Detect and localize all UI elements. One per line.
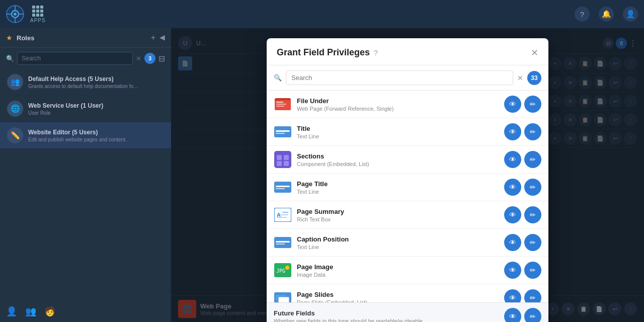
- future-fields-desc: Whether new fields in this type should b…: [274, 318, 499, 323]
- field-icon: [274, 150, 292, 169]
- field-name: File Under: [297, 97, 499, 105]
- roles-list: 👥 Default Help Access (5 Users) Grants a…: [0, 69, 171, 149]
- svg-rect-14: [276, 133, 285, 134]
- field-type: Component (Embedded, List): [297, 161, 499, 167]
- collapse-icon[interactable]: ◀: [159, 33, 165, 42]
- modal-title: Grant Field Privileges: [277, 47, 370, 58]
- svg-rect-11: [276, 106, 284, 107]
- field-eye-button[interactable]: 👁: [504, 179, 521, 196]
- field-eye-button[interactable]: 👁: [504, 96, 521, 113]
- apps-button[interactable]: APPS: [30, 6, 46, 23]
- field-icon: [274, 289, 292, 302]
- svg-rect-25: [282, 212, 288, 213]
- content-area: U U... ⊟ 8 ⋮ 📄 ✏ + ✕ 📋 📄: [171, 28, 644, 322]
- search-count-badge: 3: [144, 53, 155, 64]
- svg-rect-21: [276, 186, 290, 187]
- svg-rect-18: [277, 161, 282, 166]
- field-name: Page Summary: [297, 208, 499, 215]
- star-icon: ★: [6, 34, 13, 42]
- field-row: A Page Summary Rich Text Box 👁 ✏: [267, 201, 548, 229]
- field-eye-button[interactable]: 👁: [504, 289, 521, 302]
- field-edit-button[interactable]: ✏: [524, 96, 541, 113]
- modal-help-icon[interactable]: ?: [374, 49, 378, 57]
- field-name: Page Image: [297, 263, 499, 271]
- notifications-button[interactable]: 🔔: [599, 7, 614, 22]
- search-input[interactable]: [17, 52, 133, 65]
- field-icon: [274, 178, 292, 196]
- role-name: Web Service User (1 User): [28, 102, 164, 109]
- role-desc: Edit and publish website pages and conte…: [28, 137, 139, 142]
- avatar: 🌐: [7, 101, 23, 117]
- field-name: Page Title: [297, 180, 499, 188]
- field-icon: JPG: [274, 261, 292, 279]
- field-name: Sections: [297, 152, 499, 160]
- field-eye-button[interactable]: 👁: [504, 123, 521, 140]
- field-icon: [274, 95, 292, 113]
- field-edit-button[interactable]: ✏: [524, 151, 541, 168]
- modal-header: Grant Field Privileges ? ✕: [267, 38, 548, 65]
- field-icon: [274, 233, 292, 252]
- user-profile-button[interactable]: 👤: [623, 7, 638, 22]
- modal-search-icon: 🔍: [274, 74, 282, 82]
- svg-rect-13: [276, 130, 290, 132]
- field-icon: [274, 123, 292, 141]
- modal-search-clear-icon[interactable]: ✕: [517, 74, 523, 82]
- field-row: Caption Position Text Line 👁 ✏: [267, 229, 548, 257]
- field-eye-button[interactable]: 👁: [504, 234, 521, 251]
- add-icon[interactable]: +: [151, 33, 155, 42]
- sidebar-header: ★ Roles + ◀: [0, 28, 171, 48]
- svg-rect-15: [274, 151, 291, 168]
- role-item[interactable]: ✏️ Website Editor (5 Users) Edit and pub…: [0, 122, 171, 149]
- modal-search-input[interactable]: [286, 70, 513, 85]
- modal-count-badge: 33: [527, 71, 541, 85]
- main-layout: ★ Roles + ◀ 🔍 ✕ 3 ⊟ 👥 Default Help Acces…: [0, 28, 644, 322]
- field-eye-button[interactable]: 👁: [504, 262, 521, 279]
- avatar: ✏️: [7, 127, 23, 143]
- field-eye-button[interactable]: 👁: [504, 206, 521, 223]
- future-eye-button[interactable]: 👁: [504, 308, 521, 322]
- sidebar-footer: 👤 👥 🧑: [0, 301, 171, 322]
- field-edit-button[interactable]: ✏: [524, 234, 541, 251]
- field-type: Text Line: [297, 189, 499, 195]
- svg-rect-19: [284, 161, 289, 166]
- group-icon: 👥: [25, 306, 36, 317]
- field-edit-button[interactable]: ✏: [524, 179, 541, 196]
- role-item[interactable]: 👥 Default Help Access (5 Users) Grants a…: [0, 69, 171, 96]
- svg-rect-9: [276, 102, 283, 103]
- field-row: JPG Page Image Image Data 👁 ✏: [267, 257, 548, 284]
- filter-icon[interactable]: ⊟: [158, 54, 165, 63]
- field-edit-button[interactable]: ✏: [524, 262, 541, 279]
- modal-close-button[interactable]: ✕: [531, 48, 538, 57]
- help-button[interactable]: ?: [575, 7, 590, 22]
- svg-rect-16: [277, 155, 282, 160]
- app-logo[interactable]: [6, 5, 24, 23]
- svg-rect-30: [276, 244, 285, 245]
- field-type: Text Line: [297, 133, 499, 139]
- future-fields-row: Future Fields Whether new fields in this…: [267, 302, 548, 322]
- field-eye-button[interactable]: 👁: [504, 151, 521, 168]
- role-name: Website Editor (5 Users): [28, 129, 164, 136]
- svg-rect-29: [276, 241, 290, 243]
- search-icon: 🔍: [6, 55, 14, 62]
- avatar: 👥: [7, 74, 23, 90]
- field-name: Title: [297, 125, 499, 132]
- field-edit-button[interactable]: ✏: [524, 206, 541, 223]
- svg-point-33: [285, 266, 289, 270]
- svg-rect-36: [278, 297, 289, 302]
- field-edit-button[interactable]: ✏: [524, 289, 541, 302]
- field-name: Caption Position: [297, 235, 499, 243]
- field-type: Web Page (Forward Reference, Single): [297, 106, 499, 112]
- svg-rect-10: [276, 104, 286, 105]
- role-item[interactable]: 🌐 Web Service User (1 User) User Role: [0, 96, 171, 122]
- clear-search-icon[interactable]: ✕: [136, 55, 141, 62]
- person2-icon: 🧑: [44, 306, 55, 317]
- sidebar: ★ Roles + ◀ 🔍 ✕ 3 ⊟ 👥 Default Help Acces…: [0, 28, 171, 322]
- modal-search-bar: 🔍 ✕ 33: [267, 65, 548, 91]
- field-row: Page Slides Page Slide (Embedded, List) …: [267, 284, 548, 302]
- sidebar-search-bar: 🔍 ✕ 3 ⊟: [0, 48, 171, 69]
- svg-rect-22: [276, 188, 285, 189]
- role-desc: Grants access to default help documentat…: [28, 84, 139, 89]
- future-edit-button[interactable]: ✏: [524, 308, 541, 322]
- field-edit-button[interactable]: ✏: [524, 123, 541, 140]
- field-row: Sections Component (Embedded, List) 👁 ✏: [267, 146, 548, 174]
